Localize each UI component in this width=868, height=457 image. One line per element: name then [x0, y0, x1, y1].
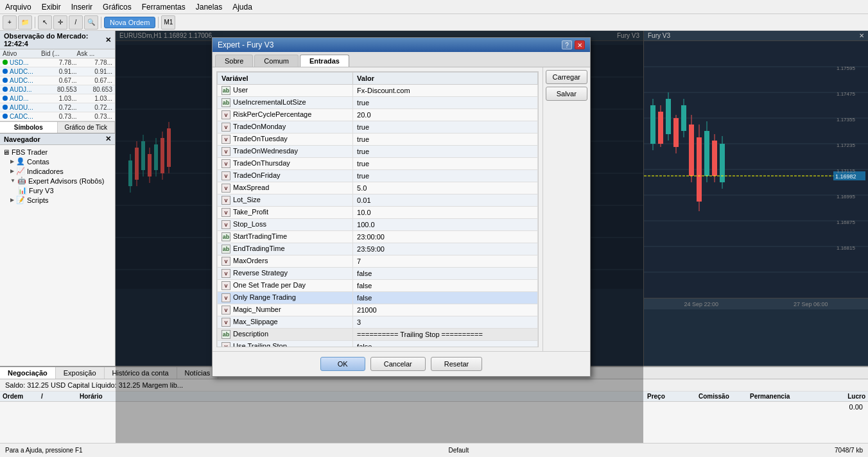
- icon-3: v: [221, 123, 230, 132]
- col-ativo: Ativo: [3, 50, 41, 57]
- bottom-tab-exposicao[interactable]: Exposição: [56, 367, 105, 379]
- col-variable: Variável: [218, 73, 353, 85]
- market-row-0[interactable]: USD... 7.78... 7.78...: [0, 58, 115, 67]
- toolbar-zoom[interactable]: 🔍: [84, 15, 98, 30]
- param-row-16[interactable]: vOne Set Trade per Day false: [218, 280, 538, 292]
- tab-sobre[interactable]: Sobre: [215, 55, 253, 67]
- param-row-7[interactable]: vTradeOnFriday true: [218, 170, 538, 182]
- nav-triangle-experts: ▼: [10, 178, 15, 184]
- toolbar-open[interactable]: 📁: [18, 15, 32, 30]
- market-row-2[interactable]: AUDC... 0.67... 0.67...: [0, 76, 115, 85]
- menu-janelas[interactable]: Janelas: [196, 3, 222, 12]
- param-row-2[interactable]: vRiskPerCyclePercentage 20.0: [218, 109, 538, 121]
- market-row-6[interactable]: CADC... 0.73... 0.73...: [0, 112, 115, 121]
- params-table: Variável Valor abUser Fx-Discount: [217, 72, 538, 347]
- nav-item-indicadores[interactable]: ▶ 📈 Indicadores: [3, 166, 112, 176]
- toolbar-sep2: [101, 17, 101, 28]
- toolbar-cross[interactable]: ✛: [53, 15, 67, 30]
- market-row-5[interactable]: AUDU... 0.72... 0.72...: [0, 103, 115, 112]
- nav-item-experts[interactable]: ▼ 🤖 Expert Advisors (Robôs): [3, 176, 112, 185]
- market-watch-close[interactable]: ✕: [105, 36, 111, 44]
- param-row-8[interactable]: vMaxSpread 5.0: [218, 182, 538, 194]
- param-row-15[interactable]: vReverse Strategy false: [218, 268, 538, 280]
- icon-21: v: [221, 342, 230, 347]
- icon-16: v: [221, 281, 230, 290]
- params-scroll-area[interactable]: Variável Valor abUser Fx-Discount: [216, 71, 539, 347]
- col-value: Valor: [353, 73, 537, 85]
- icon-14: v: [221, 257, 230, 266]
- menu-inserir[interactable]: Inserir: [71, 3, 92, 12]
- nav-item-fbs[interactable]: 🖥 FBS Trader: [3, 148, 112, 157]
- menu-graficos[interactable]: Gráficos: [103, 3, 132, 12]
- param-row-14[interactable]: vMaxOrders 7: [218, 255, 538, 268]
- param-row-10[interactable]: vTake_Profit 10.0: [218, 207, 538, 219]
- help-text: Para a Ajuda, pressione F1: [5, 447, 83, 454]
- param-row-5[interactable]: vTradeOnWednesday true: [218, 146, 538, 158]
- toolbar-line[interactable]: /: [69, 15, 83, 30]
- param-row-20[interactable]: abDescription ========== Trailing Stop =…: [218, 329, 538, 341]
- menu-ferramentas[interactable]: Ferramentas: [142, 3, 186, 12]
- right-chart-x[interactable]: ✕: [859, 32, 864, 39]
- market-row-4[interactable]: AUD... 1.03... 1.03...: [0, 94, 115, 103]
- market-row-3[interactable]: AUDJ... 80.553 80.653: [0, 85, 115, 94]
- nav-item-scripts[interactable]: ▶ 📝 Scripts: [3, 195, 112, 205]
- toolbar-cursor[interactable]: ↖: [38, 15, 52, 30]
- icon-user: ab: [221, 86, 230, 95]
- param-row-18[interactable]: vMagic_Number 21000: [218, 304, 538, 316]
- svg-text:1.17475: 1.17475: [837, 91, 855, 97]
- param-row-0[interactable]: abUser Fx-Discount.com: [218, 85, 538, 97]
- toolbar-new[interactable]: +: [3, 15, 17, 30]
- param-row-19[interactable]: vMax_Slippage 3: [218, 316, 538, 329]
- ok-button[interactable]: OK: [320, 357, 365, 371]
- nova-ordem-button[interactable]: Nova Ordem: [104, 17, 155, 28]
- param-row-13[interactable]: abEndTradingTime 23:59:00: [218, 243, 538, 255]
- param-row-1[interactable]: abUseIncrementalLotSize true: [218, 97, 538, 109]
- nav-label-fury: Fury V3: [29, 187, 54, 194]
- salvar-button[interactable]: Salvar: [546, 87, 587, 101]
- market-row-1[interactable]: AUDC... 0.91... 0.91...: [0, 67, 115, 76]
- param-row-3[interactable]: vTradeOnMonday true: [218, 121, 538, 134]
- param-row-11[interactable]: vStop_Loss 100.0: [218, 219, 538, 231]
- icon-9: v: [221, 196, 230, 205]
- param-row-9[interactable]: vLot_Size 0.01: [218, 194, 538, 207]
- col-ask: Ask ...: [77, 50, 113, 57]
- icon-18: v: [221, 306, 230, 315]
- param-row-21[interactable]: vUse Trailing Stop false: [218, 341, 538, 348]
- cancelar-button[interactable]: Cancelar: [370, 357, 426, 371]
- resetar-button[interactable]: Resetar: [431, 357, 483, 371]
- menu-arquivo[interactable]: Arquivo: [5, 3, 31, 12]
- nav-item-contas[interactable]: ▶ 👤 Contas: [3, 157, 112, 166]
- svg-text:1.16995: 1.16995: [837, 194, 855, 200]
- icon-19: v: [221, 318, 230, 327]
- col-ordem: Ordem: [3, 393, 41, 400]
- param-row-17[interactable]: vOnly Range Trading false: [218, 292, 538, 304]
- nav-item-fury[interactable]: 📊 Fury V3: [3, 185, 112, 195]
- svg-text:1.17595: 1.17595: [837, 65, 855, 71]
- param-row-12[interactable]: abStartTradingTime 23:00:00: [218, 231, 538, 243]
- nav-triangle-contas: ▶: [10, 159, 14, 164]
- menu-bar: Arquivo Exibir Inserir Gráficos Ferramen…: [0, 0, 868, 14]
- icon-17: v: [221, 293, 230, 302]
- dialog-help-button[interactable]: ?: [562, 40, 572, 49]
- toolbar-m1[interactable]: M1: [161, 15, 175, 30]
- market-table-header: Ativo Bid (... Ask ...: [0, 49, 115, 58]
- menu-exibir[interactable]: Exibir: [42, 3, 61, 12]
- carregar-button[interactable]: Carregar: [546, 70, 587, 84]
- tab-comum[interactable]: Comum: [254, 55, 299, 67]
- tab-simbolos[interactable]: Símbolos: [0, 122, 58, 133]
- market-rows: USD... 7.78... 7.78... AUDC... 0.91... 0…: [0, 58, 115, 121]
- navigator-close[interactable]: ✕: [105, 135, 111, 143]
- market-watch-title: Observação do Mercado: 12:42:4: [4, 32, 105, 47]
- params-tbody: abUser Fx-Discount.com abUseIncrementalL…: [218, 85, 538, 348]
- tab-grafico-tick[interactable]: Gráfico de Tick: [58, 122, 116, 133]
- bottom-tab-negociacao[interactable]: Negociação: [0, 367, 56, 379]
- memory-text: 7048/7 kb: [835, 447, 863, 454]
- dialog-close-button[interactable]: ✕: [575, 40, 585, 49]
- param-row-4[interactable]: vTradeOnTuesday true: [218, 134, 538, 146]
- tab-entradas[interactable]: Entradas: [300, 55, 349, 67]
- dialog-overlay: Expert - Fury V3 ? ✕ Sobre Comum Entrada…: [116, 31, 643, 443]
- param-row-6[interactable]: vTradeOnThursday true: [218, 158, 538, 170]
- col-slash: /: [41, 393, 80, 400]
- col-comissao: Comissão: [699, 393, 750, 400]
- menu-ajuda[interactable]: Ajuda: [232, 3, 252, 12]
